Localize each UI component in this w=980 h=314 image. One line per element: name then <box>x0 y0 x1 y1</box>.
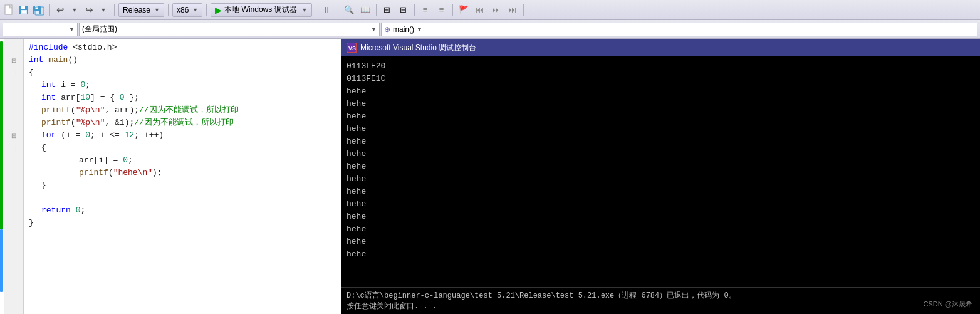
code-line-4: int i = 0; <box>29 79 341 92</box>
console-output-line: hehe <box>347 223 975 236</box>
scope-dropdown-left[interactable]: ▼ <box>3 23 78 36</box>
nav-next-icon[interactable]: ⏭ <box>489 3 503 17</box>
save-all-icon[interactable] <box>31 3 45 17</box>
code-line-10: arr[i] = 0; <box>29 154 341 167</box>
scope-left-arrow: ▼ <box>69 26 75 33</box>
undo-dropdown-icon[interactable]: ▼ <box>68 3 81 17</box>
ind-11 <box>4 192 23 204</box>
ind-4 <box>4 92 23 104</box>
footer-line2: 按任意键关闭此窗口. . . <box>347 301 975 311</box>
vs-icon: VS <box>347 43 357 53</box>
func-label: main() <box>393 25 414 34</box>
console-output-line: hehe <box>347 198 975 211</box>
console-title: Microsoft Visual Studio 调试控制台 <box>360 43 476 53</box>
collapse-for[interactable]: ⊟ <box>4 129 23 142</box>
grid2-icon[interactable]: ⊟ <box>397 3 410 17</box>
code-line-9: { <box>29 142 341 154</box>
play-icon: ▶ <box>215 5 222 15</box>
ind-1 <box>4 41 23 54</box>
code-line-6: printf("%p\n", arr);//因为不能调试，所以打印 <box>29 104 341 117</box>
scope-label: (全局范围) <box>82 24 368 34</box>
left-indicator-bar <box>0 39 4 314</box>
grid-icon[interactable]: ⊞ <box>380 3 394 17</box>
sep4 <box>206 4 207 16</box>
code-content[interactable]: #include <stdio.h> int main() { int i = … <box>24 39 341 314</box>
pause-icon[interactable]: ⏸ <box>320 3 334 17</box>
undo-icon[interactable]: ↩ <box>53 3 67 17</box>
console-titlebar: VS Microsoft Visual Studio 调试控制台 <box>341 39 980 56</box>
new-file-icon[interactable] <box>3 3 16 17</box>
bookmark-icon[interactable]: 📖 <box>358 3 372 17</box>
flag-icon[interactable]: 🚩 <box>457 3 471 17</box>
sep5 <box>316 4 316 16</box>
debug-arrow: ▼ <box>302 7 308 13</box>
code-line-7: printf("%p\n", &i);//因为不能调试，所以打印 <box>29 117 341 129</box>
line-indicators: ⊟ | ⊟ | <box>4 39 24 314</box>
ind-3 <box>4 79 23 92</box>
ind-10 <box>4 179 23 192</box>
collapse-main[interactable]: ⊟ <box>4 54 23 66</box>
console-output[interactable]: 0113FE200113FE1Chehehehehehehehehehehehe… <box>341 56 980 287</box>
arch-arrow: ▼ <box>192 7 198 13</box>
code-line-3: { <box>29 66 341 79</box>
sep1 <box>49 4 50 16</box>
code-line-8: for (i = 0; i <= 12; i++) <box>29 129 341 142</box>
debug-button[interactable]: ▶ 本地 Windows 调试器 ▼ <box>211 3 311 17</box>
file-icons <box>3 3 45 17</box>
sep6 <box>338 4 338 16</box>
console-output-line: hehe <box>347 211 975 223</box>
sep2 <box>114 4 115 16</box>
align-icon[interactable]: ≡ <box>419 3 432 17</box>
ind-7: | <box>4 142 23 154</box>
redo-icon[interactable]: ↪ <box>82 3 96 17</box>
ind-13 <box>4 217 23 229</box>
secondary-toolbar: ▼ (全局范围) ▼ ⊕ main() ▼ <box>0 20 980 39</box>
console-output-line: hehe <box>347 236 975 248</box>
code-line-11: printf("hehe\n"); <box>29 167 341 179</box>
code-line-12: } <box>29 179 341 192</box>
func-dropdown[interactable]: ⊕ main() ▼ <box>381 23 977 36</box>
ind-12 <box>4 204 23 217</box>
scope-dropdown-main[interactable]: (全局范围) ▼ <box>79 23 380 36</box>
footer-line1: D:\c语言\beginner-c-language\test 5.21\Rel… <box>347 290 975 301</box>
arch-label: x86 <box>177 6 189 14</box>
undo-redo-group: ↩ ▼ ↪ ▼ <box>53 3 110 17</box>
code-line-13 <box>29 192 341 204</box>
ind-2: | <box>4 66 23 79</box>
svg-text:VS: VS <box>348 45 356 51</box>
scope-main-arrow: ▼ <box>371 26 377 33</box>
console-output-line: hehe <box>347 186 975 198</box>
save-icon[interactable] <box>17 3 31 17</box>
code-line-14: return 0; <box>29 204 341 217</box>
console-output-line: hehe <box>347 173 975 186</box>
align2-icon[interactable]: ≡ <box>435 3 449 17</box>
ind-8 <box>4 154 23 167</box>
code-line-5: int arr[10] = { 0 }; <box>29 92 341 104</box>
console-footer: D:\c语言\beginner-c-language\test 5.21\Rel… <box>341 287 980 314</box>
sep9 <box>452 4 453 16</box>
nav-end-icon[interactable]: ⏭ <box>506 3 519 17</box>
console-output-line: hehe <box>347 148 975 160</box>
ind-9 <box>4 167 23 179</box>
code-line-1: #include <stdio.h> <box>29 41 341 54</box>
sep3 <box>168 4 169 16</box>
search-icon[interactable]: 🔍 <box>342 3 356 17</box>
console-output-line: hehe <box>347 123 975 135</box>
func-arrow: ▼ <box>417 26 422 33</box>
debug-label: 本地 Windows 调试器 <box>224 4 296 15</box>
release-dropdown[interactable]: Release ▼ <box>118 3 164 17</box>
ind-6 <box>4 117 23 129</box>
main-toolbar: ↩ ▼ ↪ ▼ Release ▼ x86 ▼ ▶ 本地 Windows 调试器… <box>0 0 980 20</box>
console-output-line: 0113FE20 <box>347 60 975 73</box>
code-line-15: } <box>29 217 341 229</box>
redo-dropdown-icon[interactable]: ▼ <box>96 3 110 17</box>
arch-dropdown[interactable]: x86 ▼ <box>172 3 202 17</box>
debug-console: VS Microsoft Visual Studio 调试控制台 0113FE2… <box>341 39 980 314</box>
console-output-line: hehe <box>347 248 975 261</box>
svg-rect-4 <box>22 11 26 13</box>
console-output-line: hehe <box>347 98 975 110</box>
release-arrow: ▼ <box>154 7 160 13</box>
nav-prev-icon[interactable]: ⏮ <box>473 3 487 17</box>
sep8 <box>414 4 415 16</box>
code-editor: ⊟ | ⊟ | #include <stdio.h> <box>0 39 341 314</box>
